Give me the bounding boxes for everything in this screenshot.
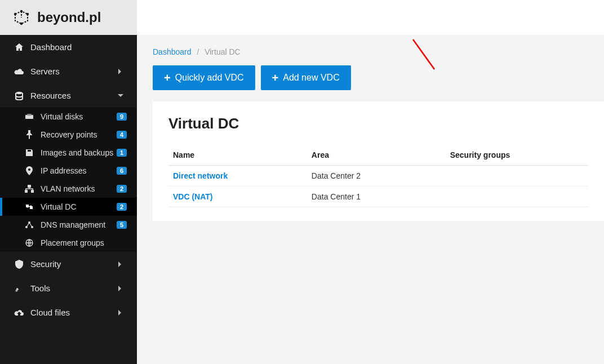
add-new-vdc-button[interactable]: + Add new VDC xyxy=(261,65,351,90)
row-name-link[interactable]: Direct network xyxy=(173,171,228,180)
row-name-link[interactable]: VDC (NAT) xyxy=(173,192,213,201)
nav-label: Cloud files xyxy=(30,308,118,317)
nav-label: Dashboard xyxy=(30,42,127,52)
sidebar-item-ip-addresses[interactable]: IP addresses 6 xyxy=(0,162,137,180)
count-badge: 9 xyxy=(117,113,127,121)
sidebar-item-dashboard[interactable]: Dashboard xyxy=(0,35,137,59)
col-security: Security groups xyxy=(446,145,588,166)
svg-rect-9 xyxy=(31,190,34,193)
svg-rect-11 xyxy=(30,206,33,209)
sidebar-item-vlan-networks[interactable]: VLAN networks 2 xyxy=(0,180,137,198)
count-badge: 5 xyxy=(117,221,127,229)
sub-label: Recovery points xyxy=(41,130,117,139)
chevron-right-icon xyxy=(118,310,127,316)
svg-rect-5 xyxy=(25,115,33,119)
count-badge: 4 xyxy=(117,131,127,139)
chevron-down-icon xyxy=(118,94,127,97)
svg-point-2 xyxy=(20,23,23,25)
chevron-right-icon xyxy=(118,261,127,267)
sub-label: Images and backups xyxy=(41,148,117,157)
sidebar-item-servers[interactable]: Servers xyxy=(0,59,137,83)
nav-label: Security xyxy=(30,259,118,269)
svg-point-3 xyxy=(20,10,23,12)
sidebar-item-tools[interactable]: Tools xyxy=(0,276,137,300)
breadcrumb: Dashboard / Virtual DC xyxy=(137,35,604,62)
logo-text: beyond.pl xyxy=(37,10,101,25)
count-badge: 2 xyxy=(117,203,127,211)
sub-label: IP addresses xyxy=(41,166,117,175)
count-badge: 1 xyxy=(117,149,127,157)
svg-rect-7 xyxy=(28,185,31,188)
globe-icon xyxy=(24,239,35,247)
sidebar-item-images-backups[interactable]: Images and backups 1 xyxy=(0,144,137,162)
quickly-add-vdc-button[interactable]: + Quickly add VDC xyxy=(153,65,255,90)
tools-icon xyxy=(14,284,25,293)
col-name: Name xyxy=(168,145,307,166)
sub-label: VLAN networks xyxy=(41,184,117,193)
sidebar-item-virtual-dc[interactable]: Virtual DC 2 xyxy=(0,198,137,216)
home-icon xyxy=(14,43,25,52)
plus-icon: + xyxy=(164,72,171,83)
breadcrumb-root[interactable]: Dashboard xyxy=(153,47,192,56)
resources-subnav: Virtual disks 9 Recovery points 4 Images… xyxy=(0,108,137,252)
svg-rect-6 xyxy=(27,114,32,116)
shield-icon xyxy=(14,260,25,269)
chevron-right-icon xyxy=(118,69,127,74)
sub-label: Virtual DC xyxy=(41,202,117,211)
sidebar-item-recovery-points[interactable]: Recovery points 4 xyxy=(0,126,137,144)
count-badge: 6 xyxy=(117,167,127,175)
nav-label: Servers xyxy=(30,66,118,76)
plus-icon: + xyxy=(272,72,279,83)
sub-label: DNS management xyxy=(41,220,117,229)
svg-point-4 xyxy=(16,91,23,94)
disk-icon xyxy=(24,113,35,120)
sidebar-item-security[interactable]: Security xyxy=(0,252,137,276)
svg-rect-8 xyxy=(25,190,28,193)
sidebar-item-virtual-disks[interactable]: Virtual disks 9 xyxy=(0,108,137,126)
network-icon xyxy=(24,185,35,193)
row-area: Data Center 2 xyxy=(307,166,446,187)
sidebar: beyond.pl Dashboard Servers xyxy=(0,0,137,364)
row-security xyxy=(446,187,588,207)
breadcrumb-separator: / xyxy=(197,47,199,56)
count-badge: 2 xyxy=(117,185,127,193)
database-icon xyxy=(14,91,25,100)
sidebar-item-placement-groups[interactable]: Placement groups xyxy=(0,234,137,252)
main-nav: Dashboard Servers xyxy=(0,35,137,364)
cloud-icon xyxy=(14,68,25,76)
logo-area: beyond.pl xyxy=(0,0,137,35)
table-row: Direct network Data Center 2 xyxy=(168,166,588,187)
action-buttons: + Quickly add VDC + Add new VDC xyxy=(137,62,604,101)
sub-label: Placement groups xyxy=(41,238,127,247)
button-label: Quickly add VDC xyxy=(175,73,244,83)
sidebar-item-cloud-files[interactable]: Cloud files xyxy=(0,300,137,325)
table-row: VDC (NAT) Data Center 1 xyxy=(168,187,588,207)
vdc-table: Name Area Security groups Direct network… xyxy=(168,145,588,207)
row-area: Data Center 1 xyxy=(307,187,446,207)
sidebar-item-dns-management[interactable]: DNS management 5 xyxy=(0,216,137,234)
vdc-icon xyxy=(24,203,35,211)
sidebar-item-resources[interactable]: Resources xyxy=(0,83,137,108)
cloud-upload-icon xyxy=(14,309,25,317)
top-header xyxy=(137,0,604,35)
breadcrumb-current: Virtual DC xyxy=(205,47,241,56)
svg-point-0 xyxy=(14,13,16,15)
nav-label: Tools xyxy=(30,283,118,293)
col-area: Area xyxy=(307,145,446,166)
main-content: Dashboard / Virtual DC + Quickly add VDC… xyxy=(137,0,604,364)
chevron-right-icon xyxy=(118,286,127,291)
sub-label: Virtual disks xyxy=(41,112,117,121)
svg-point-1 xyxy=(26,13,29,15)
pin-icon xyxy=(24,130,35,139)
dns-icon xyxy=(24,221,35,229)
button-label: Add new VDC xyxy=(283,73,340,83)
nav-label: Resources xyxy=(30,91,118,100)
table-header-row: Name Area Security groups xyxy=(168,145,588,166)
page-title: Virtual DC xyxy=(168,115,588,132)
save-icon xyxy=(24,149,35,157)
location-icon xyxy=(24,166,35,175)
row-security xyxy=(446,166,588,187)
vdc-panel: Virtual DC Name Area Security groups Dir… xyxy=(153,101,604,221)
logo-icon xyxy=(12,8,30,26)
